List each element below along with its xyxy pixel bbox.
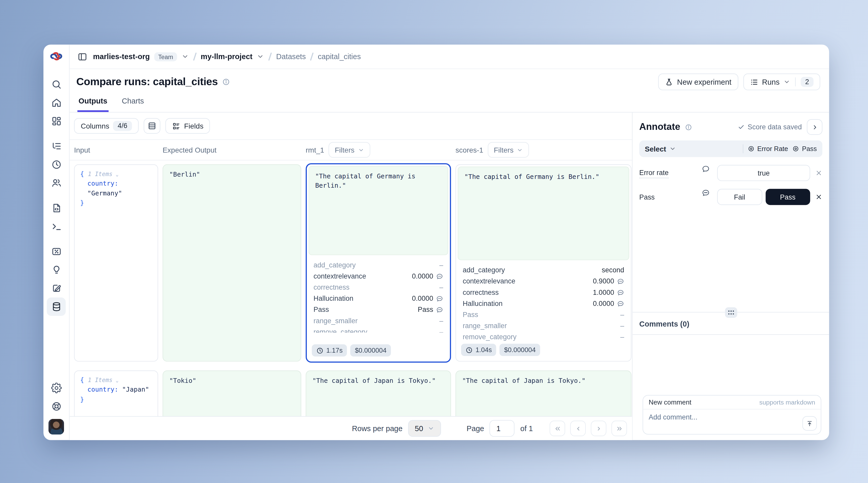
first-page-button[interactable]	[550, 421, 565, 436]
column-header-run1: rmt_1 Filters	[306, 142, 451, 157]
dashboard-icon[interactable]	[47, 112, 66, 130]
chevron-down-icon	[358, 147, 364, 153]
home-icon[interactable]	[47, 94, 66, 112]
pass-button[interactable]: Pass	[765, 189, 810, 205]
sidebar-toggle-icon[interactable]	[78, 52, 88, 62]
rows-per-page-select[interactable]: 50	[408, 420, 441, 437]
new-experiment-button[interactable]: New experiment	[658, 73, 738, 90]
info-icon[interactable]	[685, 123, 692, 131]
table-header-row: Input Expected Output rmt_1 Filters scor…	[70, 140, 632, 160]
column-header-run2: scores-1 Filters	[456, 142, 631, 157]
score-list: add_categorysecond contextrelevance0.900…	[463, 265, 624, 343]
sidebar	[43, 45, 69, 440]
clock-icon	[316, 347, 323, 354]
support-lifebuoy-icon[interactable]	[47, 397, 66, 416]
columns-button[interactable]: Columns 4/6	[74, 118, 138, 133]
run1-cell-selected[interactable]: "The capital of Germany is Berlin." add_…	[306, 163, 451, 363]
column-header-input: Input	[74, 146, 158, 154]
info-icon[interactable]	[222, 78, 230, 86]
breadcrumb-dataset-name[interactable]: capital_cities	[318, 52, 361, 61]
evals-icon[interactable]	[47, 242, 66, 261]
filters-button-run2[interactable]: Filters	[488, 142, 529, 157]
org-logo[interactable]	[50, 50, 63, 63]
run1-cell[interactable]: "The capital of Japan is Tokyo."	[306, 370, 451, 417]
input-cell[interactable]: { 1 Items ⌄ country: "Germany" }	[74, 164, 158, 362]
fail-button[interactable]: Fail	[717, 189, 762, 205]
score-select-dropdown[interactable]: Select	[645, 145, 676, 153]
score-row: contextrelevance0.9000	[463, 276, 624, 287]
chevron-down-icon[interactable]	[181, 53, 189, 60]
last-page-button[interactable]	[611, 421, 627, 436]
error-rate-value-input[interactable]	[717, 165, 810, 181]
run-output: "The capital of Germany is Berlin."	[458, 167, 629, 260]
filters-button-run1[interactable]: Filters	[329, 142, 370, 157]
run-output: "The capital of Germany is Berlin."	[309, 166, 448, 255]
score-chip-error-rate[interactable]: Error Rate	[748, 145, 788, 153]
tabs: Outputs Charts	[76, 97, 820, 112]
tab-outputs[interactable]: Outputs	[78, 97, 108, 112]
datasets-icon[interactable]	[47, 297, 66, 316]
score-chip-pass[interactable]: Pass	[793, 145, 817, 153]
expected-output-cell[interactable]: "Tokio"	[162, 370, 301, 417]
tab-charts[interactable]: Charts	[121, 97, 145, 112]
expected-output-cell[interactable]: "Berlin"	[162, 164, 301, 362]
breadcrumb-datasets[interactable]: Datasets	[276, 52, 306, 61]
comment-input[interactable]	[643, 410, 820, 434]
breadcrumb: marlies-test-org Team my-llm-project Dat…	[70, 45, 829, 69]
runs-button[interactable]: Runs 2	[743, 73, 820, 90]
chevron-down-icon[interactable]	[257, 53, 264, 60]
score-row: contextrelevance0.0000	[313, 271, 443, 282]
breadcrumb-separator	[269, 52, 272, 61]
chevron-down-icon	[428, 425, 434, 432]
breadcrumb-org[interactable]: marlies-test-org	[93, 52, 150, 61]
playground-terminal-icon[interactable]	[47, 217, 66, 236]
check-icon	[738, 124, 744, 130]
breadcrumb-project[interactable]: my-llm-project	[201, 52, 253, 61]
fields-button[interactable]: Fields	[165, 118, 210, 133]
user-avatar[interactable]	[49, 419, 64, 434]
clear-score-icon[interactable]	[814, 169, 822, 177]
settings-gear-icon[interactable]	[47, 379, 66, 397]
annotation-queues-icon[interactable]	[47, 279, 66, 297]
breadcrumb-separator	[310, 52, 313, 61]
comment-bubble-icon[interactable]	[617, 300, 624, 307]
users-icon[interactable]	[47, 174, 66, 192]
page-number-input[interactable]	[490, 420, 515, 437]
score-row: correctness1.0000	[463, 287, 624, 298]
next-page-button[interactable]	[591, 421, 607, 436]
run2-cell[interactable]: "The capital of Germany is Berlin." add_…	[456, 164, 631, 362]
previous-page-button[interactable]	[570, 421, 586, 436]
org-plan-badge: Team	[154, 52, 177, 61]
comment-bubble-icon[interactable]	[436, 295, 443, 302]
run2-cell[interactable]: "The capital of Japan is Tokyo."	[456, 370, 631, 417]
chevron-down-icon[interactable]: ⌄	[113, 378, 118, 383]
comment-bubble-icon[interactable]	[617, 289, 624, 296]
chevron-down-icon	[670, 145, 676, 152]
panel-resize-handle[interactable]	[725, 307, 737, 318]
row-height-button[interactable]	[144, 118, 160, 133]
comment-bubble-icon[interactable]	[617, 278, 624, 285]
tracing-icon[interactable]	[47, 137, 66, 155]
runs-count-badge: 2	[801, 77, 813, 87]
latency-pill: 1.17s	[312, 344, 347, 357]
comment-bubble-icon[interactable]	[702, 165, 713, 173]
comment-bubble-dots-icon[interactable]	[702, 189, 713, 197]
score-row: PassPass	[313, 304, 443, 315]
collapse-panel-button[interactable]	[807, 119, 822, 135]
llm-judge-lightbulb-icon[interactable]	[47, 261, 66, 279]
comment-bubble-icon[interactable]	[436, 306, 443, 313]
sessions-clock-icon[interactable]	[47, 155, 66, 174]
score-row: range_smaller–	[463, 320, 624, 331]
comment-bubble-icon[interactable]	[436, 273, 443, 280]
chevron-down-icon	[783, 79, 790, 85]
table-row: { 1 Items ⌄ country: "Germany" } "Berlin…	[70, 160, 632, 363]
submit-comment-button[interactable]	[802, 416, 817, 431]
prompts-icon[interactable]	[47, 199, 66, 217]
clear-score-icon[interactable]	[814, 193, 822, 201]
annotate-title: Annotate	[639, 121, 680, 132]
input-cell[interactable]: { 1 Items ⌄ country: "Japan" }	[74, 370, 158, 417]
target-circle-icon	[748, 145, 754, 152]
search-icon[interactable]	[47, 75, 66, 93]
pagination-bar: Rows per page 50 Page of 1	[70, 416, 632, 440]
chevron-down-icon[interactable]: ⌄	[113, 172, 118, 177]
